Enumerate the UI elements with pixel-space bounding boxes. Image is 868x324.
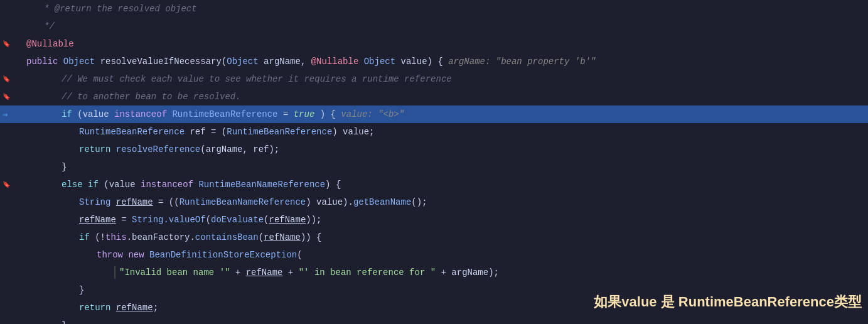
token: Object bbox=[227, 57, 264, 67]
token: instanceof bbox=[141, 180, 198, 190]
token: RuntimeBeanReference bbox=[172, 109, 277, 119]
bookmark-icon: 🔖 bbox=[3, 181, 10, 188]
code-line: */ bbox=[0, 18, 868, 35]
token: BeanDefinitionStoreException bbox=[149, 250, 297, 260]
token: + bbox=[230, 267, 245, 278]
token: ) value; bbox=[332, 127, 374, 137]
token: argName: "bean property 'b'" bbox=[448, 57, 596, 67]
token: RuntimeBeanNameReference bbox=[198, 180, 325, 190]
code-line: } bbox=[0, 316, 868, 324]
token: = bbox=[116, 215, 132, 225]
token: "' in bean reference for " bbox=[299, 267, 436, 278]
token: ( bbox=[297, 250, 302, 260]
token: )) { bbox=[301, 232, 322, 242]
token: ( bbox=[206, 215, 211, 225]
code-line: 🔖@Nullable bbox=[0, 35, 868, 53]
token: RuntimeBeanReference bbox=[79, 127, 190, 137]
token: if bbox=[79, 232, 95, 242]
token: .beanFactory. bbox=[127, 232, 195, 242]
line-content: if (!this.beanFactory.containsBean(refNa… bbox=[26, 229, 868, 246]
code-line: 🔖// We must check each value to see whet… bbox=[0, 70, 868, 88]
code-line: return resolveReference(argName, ref); bbox=[0, 141, 868, 158]
token: RuntimeBeanNameReference bbox=[179, 197, 306, 207]
token: ; bbox=[153, 303, 158, 313]
code-line: String refName = ((RuntimeBeanNameRefere… bbox=[0, 193, 868, 211]
line-content: public Object resolveValueIfNecessary(Ob… bbox=[26, 53, 868, 70]
code-line: if (!this.beanFactory.containsBean(refNa… bbox=[0, 229, 868, 246]
bookmark-icon: 🔖 bbox=[3, 93, 10, 100]
token: } bbox=[62, 320, 67, 324]
token: "Invalid bean name '" bbox=[119, 267, 230, 278]
token: = bbox=[278, 109, 294, 119]
token: (value bbox=[104, 180, 141, 190]
token: return bbox=[79, 144, 116, 154]
arrow-icon: ⇒ bbox=[3, 109, 8, 120]
line-content: */ bbox=[26, 18, 868, 35]
line-content: } bbox=[26, 316, 868, 324]
token: ref = ( bbox=[190, 127, 227, 137]
token: return bbox=[79, 303, 116, 313]
token: containsBean bbox=[195, 232, 259, 242]
token: value: "<b>" bbox=[341, 109, 404, 119]
line-content: * @return the resolved object bbox=[26, 0, 868, 18]
token: refName bbox=[269, 215, 306, 225]
token: argName, bbox=[264, 57, 311, 67]
token: } bbox=[62, 162, 67, 172]
token: ( bbox=[259, 232, 264, 242]
token: String bbox=[79, 197, 116, 207]
code-line: throw new BeanDefinitionStoreException( bbox=[0, 246, 868, 264]
line-content: if (value instanceof RuntimeBeanReferenc… bbox=[26, 105, 868, 123]
bookmark-icon: 🔖 bbox=[3, 75, 10, 83]
line-content: RuntimeBeanReference ref = (RuntimeBeanR… bbox=[26, 123, 868, 141]
token: */ bbox=[44, 21, 55, 31]
bookmark-icon: 🔖 bbox=[3, 40, 10, 48]
line-content: refName = String.valueOf(doEvaluate(refN… bbox=[26, 211, 868, 229]
token: if bbox=[62, 109, 77, 119]
token: * @return the resolved object bbox=[44, 4, 197, 14]
code-line: "Invalid bean name '" + refName + "' in … bbox=[0, 264, 868, 281]
token: this bbox=[105, 232, 127, 242]
token: ) value). bbox=[306, 197, 353, 207]
token: resolveValueIfNecessary( bbox=[100, 57, 227, 67]
line-content: @Nullable bbox=[26, 35, 868, 53]
code-line: RuntimeBeanReference ref = (RuntimeBeanR… bbox=[0, 123, 868, 141]
token: public bbox=[26, 57, 63, 67]
token: + bbox=[282, 267, 298, 278]
code-line: refName = String.valueOf(doEvaluate(refN… bbox=[0, 211, 868, 229]
token: ) { bbox=[314, 109, 341, 119]
token: = (( bbox=[153, 197, 179, 207]
token: (! bbox=[95, 232, 105, 242]
token: String. bbox=[132, 215, 169, 225]
code-line: } bbox=[0, 158, 868, 176]
token: ( bbox=[77, 109, 82, 119]
token: refName bbox=[116, 303, 153, 313]
token: Object bbox=[63, 57, 100, 67]
token: )); bbox=[306, 215, 321, 225]
code-editor: * @return the resolved object */🔖@Nullab… bbox=[0, 0, 868, 324]
token: ) { bbox=[325, 180, 341, 190]
token: + argName); bbox=[436, 267, 499, 278]
token: refName bbox=[246, 267, 283, 278]
line-content: throw new BeanDefinitionStoreException( bbox=[26, 246, 868, 264]
token: @Nullable bbox=[26, 39, 74, 49]
token: refName bbox=[264, 232, 301, 242]
line-content: String refName = ((RuntimeBeanNameRefere… bbox=[26, 193, 868, 211]
code-line: * @return the resolved object bbox=[0, 0, 868, 18]
code-line: 🔖// to another bean to be resolved. bbox=[0, 88, 868, 105]
token: throw bbox=[97, 250, 128, 260]
token: valueOf bbox=[169, 215, 206, 225]
token: Object bbox=[364, 57, 401, 67]
token: value bbox=[83, 109, 114, 119]
token: } bbox=[79, 285, 84, 295]
token: true bbox=[294, 109, 315, 119]
token: (argName, ref); bbox=[200, 144, 279, 154]
token: new bbox=[128, 250, 149, 260]
line-content: // We must check each value to see wheth… bbox=[26, 70, 868, 88]
token: if bbox=[88, 180, 104, 190]
chinese-annotation: 如果value 是 RuntimeBeanReference类型 bbox=[594, 293, 862, 311]
token: getBeanName bbox=[353, 197, 411, 207]
indent-bar bbox=[114, 266, 115, 279]
code-line: ⇒if (value instanceof RuntimeBeanReferen… bbox=[0, 105, 868, 123]
code-line: public Object resolveValueIfNecessary(Ob… bbox=[0, 53, 868, 70]
token: @Nullable bbox=[311, 57, 364, 67]
